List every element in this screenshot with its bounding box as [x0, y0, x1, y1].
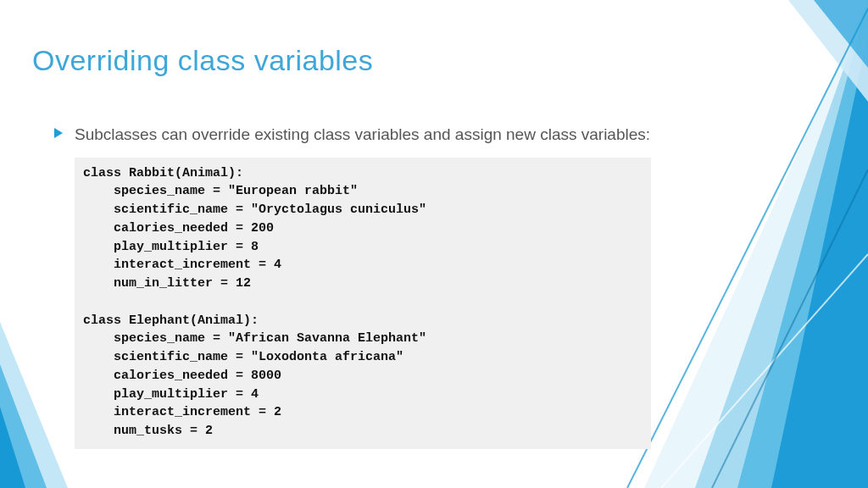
bullet-item: Subclasses can override existing class v… [54, 124, 665, 146]
bullet-text: Subclasses can override existing class v… [75, 124, 650, 146]
svg-marker-6 [771, 34, 868, 488]
slide-content: Subclasses can override existing class v… [54, 124, 665, 449]
slide: Overriding class variables Subclasses ca… [0, 0, 868, 488]
code-block: class Rabbit(Animal): species_name = "Eu… [75, 158, 651, 449]
svg-marker-8 [814, 0, 868, 68]
svg-marker-5 [737, 0, 868, 488]
svg-line-10 [661, 254, 868, 488]
slide-title: Overriding class variables [32, 44, 373, 77]
svg-line-11 [712, 169, 868, 488]
svg-marker-1 [0, 364, 47, 488]
svg-marker-7 [788, 0, 868, 102]
svg-marker-3 [644, 0, 868, 488]
svg-marker-4 [695, 0, 868, 488]
bullet-icon [54, 128, 63, 138]
svg-marker-2 [0, 407, 25, 488]
